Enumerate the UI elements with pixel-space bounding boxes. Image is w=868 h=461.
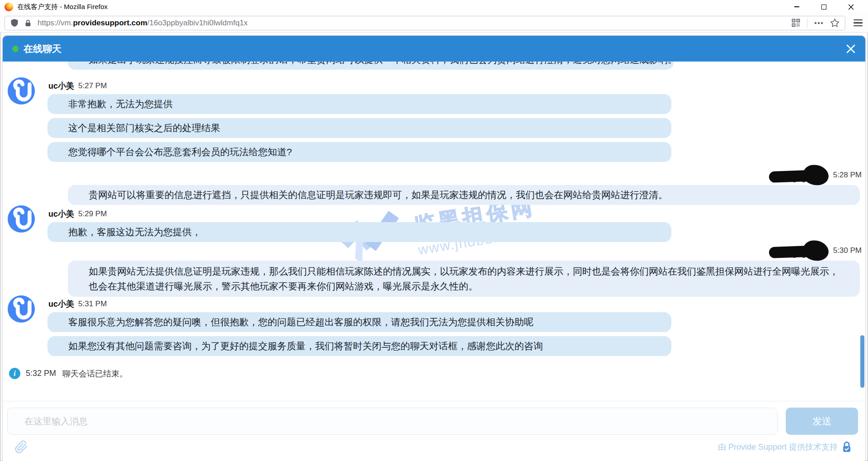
system-time: 5:32 PM bbox=[26, 369, 56, 378]
agent-message-group: uc小美 5:29 PM 抱歉，客服这边无法为您提供， bbox=[3, 209, 865, 242]
message-time: 5:30 PM bbox=[833, 246, 862, 255]
info-icon: i bbox=[9, 368, 20, 379]
chat-bubble-clipped: 如果是出于玩家违规投注而导致被限制登录的话，希望贵网站可以提供一个相关资料，我们… bbox=[68, 62, 674, 70]
minimize-button[interactable] bbox=[783, 0, 810, 14]
system-message: i 5:32 PM 聊天会话已结束。 bbox=[9, 368, 865, 379]
online-status-dot bbox=[12, 46, 19, 52]
chat-widget: 在线聊天 鉴黑担保网 www.jhdb8.com 如果是出于玩家违规投注而导致被… bbox=[2, 35, 866, 461]
chat-bubble: 抱歉，客服这边无法为您提供， bbox=[47, 222, 671, 242]
browser-window: 在线客户支持 - Mozilla Firefox https://vm.prov… bbox=[0, 0, 868, 461]
url-bar[interactable]: https://vm.providesupport.com/16o3ppbyal… bbox=[5, 16, 845, 30]
agent-avatar bbox=[7, 295, 35, 323]
agent-name: uc小美 bbox=[48, 299, 74, 309]
close-chat-icon bbox=[846, 44, 856, 54]
firefox-logo-icon bbox=[5, 3, 13, 11]
navigation-bar: https://vm.providesupport.com/16o3ppbyal… bbox=[0, 14, 868, 33]
window-controls bbox=[783, 0, 864, 14]
message-time: 5:29 PM bbox=[78, 209, 107, 219]
powered-by[interactable]: 由 Provide Support 提供技术支持 bbox=[718, 441, 852, 453]
chat-bubble: 您觉得哪个平台会公布恶意套利会员的玩法给您知道? bbox=[47, 142, 671, 162]
message-time: 5:31 PM bbox=[78, 299, 107, 309]
message-time: 5:27 PM bbox=[78, 81, 107, 90]
qr-code-icon[interactable] bbox=[792, 19, 800, 27]
shield-icon[interactable] bbox=[10, 19, 19, 27]
chat-title: 在线聊天 bbox=[24, 43, 61, 55]
close-icon bbox=[848, 4, 854, 10]
redacted-visitor-name: dinghgan bbox=[769, 243, 829, 258]
minimize-icon bbox=[794, 6, 799, 7]
secure-lock-icon bbox=[842, 441, 852, 453]
titlebar: 在线客户支持 - Mozilla Firefox bbox=[0, 0, 868, 14]
chat-header: 在线聊天 bbox=[3, 36, 865, 62]
bookmark-star-icon[interactable] bbox=[830, 18, 840, 28]
url-text: https://vm.providesupport.com/16o3ppbyal… bbox=[38, 19, 792, 28]
send-button[interactable]: 发送 bbox=[786, 408, 858, 435]
agent-name: uc小美 bbox=[48, 209, 74, 219]
menu-button[interactable] bbox=[853, 18, 863, 28]
visitor-message-group: dinghgan 5:28 PM 贵网站可以将重要的信息进行遮挡，只提供相关的信… bbox=[3, 167, 865, 205]
agent-avatar bbox=[7, 77, 35, 105]
redaction-blob bbox=[802, 163, 830, 187]
attachment-paperclip-icon[interactable] bbox=[14, 440, 28, 454]
urlbar-actions bbox=[792, 18, 840, 28]
redacted-visitor-name: dinghgan bbox=[769, 167, 829, 183]
chat-bubble: 非常抱歉，无法为您提供 bbox=[47, 94, 671, 114]
message-time: 5:28 PM bbox=[833, 171, 862, 180]
close-chat-button[interactable] bbox=[846, 44, 856, 54]
restore-icon bbox=[821, 5, 826, 10]
toolbar-separator bbox=[807, 19, 807, 28]
restore-button[interactable] bbox=[810, 0, 837, 14]
window-title: 在线客户支持 - Mozilla Firefox bbox=[17, 3, 108, 11]
chat-bubble: 如果您没有其他问题需要咨询，为了更好的提交服务质量，我们将暂时关闭与您的聊天对话… bbox=[47, 336, 671, 356]
agent-message-group: uc小美 5:31 PM 客服很乐意为您解答您的疑问噢，但很抱歉，您的问题已经超… bbox=[3, 299, 865, 356]
close-window-button[interactable] bbox=[837, 0, 864, 14]
chat-bubble: 如果贵网站无法提供信息证明是玩家违规，那么我们只能相信玩家陈述的情况属实，以玩家… bbox=[68, 261, 860, 297]
visitor-message-group: dinghgan 5:30 PM 如果贵网站无法提供信息证明是玩家违规，那么我们… bbox=[3, 243, 865, 297]
page-actions-icon[interactable] bbox=[814, 22, 823, 24]
system-text: 聊天会话已结束。 bbox=[62, 368, 127, 379]
composer-area: 发送 由 Provide Support 提供技术支持 bbox=[3, 401, 865, 461]
chat-bubble: 客服很乐意为您解答您的疑问噢，但很抱歉，您的问题已经超出客服的权限，请恕我们无法… bbox=[47, 312, 671, 332]
redaction-blob bbox=[802, 239, 830, 262]
scrollbar-thumb[interactable] bbox=[860, 335, 864, 388]
message-list[interactable]: 鉴黑担保网 www.jhdb8.com 如果是出于玩家违规投注而导致被限制登录的… bbox=[3, 62, 865, 401]
lock-icon[interactable] bbox=[24, 19, 32, 27]
chat-bubble: 贵网站可以将重要的信息进行遮挡，只提供相关的信息证明是玩家违规即可，如果是玩家违… bbox=[68, 185, 860, 205]
chat-bubble: 这个是相关部门核实之后的处理结果 bbox=[47, 118, 671, 138]
agent-name: uc小美 bbox=[48, 81, 74, 91]
agent-message-group: uc小美 5:27 PM 非常抱歉，无法为您提供 这个是相关部门核实之后的处理结… bbox=[3, 81, 865, 162]
message-input[interactable] bbox=[7, 408, 778, 435]
powered-by-text: 由 Provide Support 提供技术支持 bbox=[718, 442, 838, 452]
agent-avatar bbox=[7, 205, 35, 233]
